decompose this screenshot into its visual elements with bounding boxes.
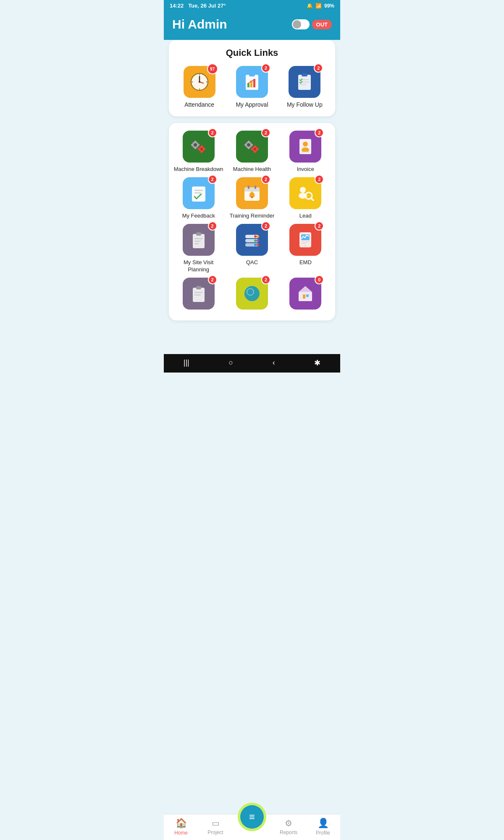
svg-rect-63 (196, 232, 201, 236)
quick-link-attendance[interactable]: 97 Attendance (176, 66, 223, 108)
svg-rect-65 (194, 241, 201, 242)
quick-link-followup[interactable]: 2 My Follow Up (281, 66, 328, 108)
svg-rect-48 (194, 190, 203, 191)
svg-rect-35 (244, 144, 246, 146)
svg-point-85 (244, 286, 260, 301)
status-left: 14:22 Tue, 26 Jul 27° (170, 3, 226, 9)
battery-text: 99% (324, 3, 334, 9)
svg-point-8 (206, 81, 207, 83)
health-icon-wrap: 2 (236, 131, 268, 163)
partial2-svg (241, 283, 263, 304)
followup-label: My Follow Up (287, 101, 323, 108)
date (185, 3, 187, 9)
grid-item-emd[interactable]: 2 EMD (280, 224, 331, 273)
android-home-btn[interactable]: ○ (228, 358, 233, 367)
svg-rect-30 (204, 148, 205, 150)
svg-point-71 (257, 235, 259, 238)
date-text: Tue, 26 Jul (188, 3, 216, 9)
svg-point-32 (247, 143, 250, 147)
svg-rect-29 (198, 148, 200, 150)
svg-rect-47 (192, 186, 205, 202)
toggle-switch[interactable] (292, 19, 310, 29)
android-extra-btn[interactable]: ✱ (314, 358, 320, 368)
svg-rect-66 (194, 243, 199, 244)
feedback-svg (188, 182, 210, 204)
sitevisit-icon-wrap: 2 (183, 224, 215, 256)
training-label: Training Reminder (230, 213, 274, 220)
svg-rect-53 (248, 186, 249, 189)
approval-svg (242, 71, 262, 92)
svg-rect-34 (248, 147, 249, 149)
svg-rect-27 (201, 145, 202, 147)
grid-item-sitevisit[interactable]: 2 My Site Visit Planning (173, 224, 224, 273)
status-right: 🔔 📶 99% (307, 3, 334, 9)
android-menu-btn[interactable]: ||| (184, 358, 189, 367)
out-toggle[interactable]: OUT (292, 19, 332, 29)
svg-rect-22 (194, 147, 196, 149)
svg-rect-82 (196, 286, 201, 289)
svg-marker-88 (299, 286, 312, 292)
grid-item-partial3[interactable]: 0 (280, 278, 331, 313)
grid-item-lead[interactable]: 2 Lead (280, 177, 331, 220)
android-back-btn[interactable]: ‹ (273, 358, 275, 367)
invoice-label: Invoice (297, 166, 314, 173)
lead-icon-wrap: 2 (289, 177, 321, 209)
partial2-badge: 2 (261, 275, 270, 284)
svg-point-44 (303, 142, 308, 147)
sitevisit-label: My Site Visit Planning (173, 259, 224, 273)
svg-rect-15 (302, 74, 307, 76)
approval-badge: 2 (261, 63, 270, 73)
followup-svg (294, 71, 315, 92)
svg-rect-28 (201, 151, 202, 153)
grid-item-feedback[interactable]: 2 My Feedback (173, 177, 224, 220)
time: 14:22 (170, 3, 184, 9)
svg-rect-23 (191, 144, 193, 146)
lead-badge: 2 (315, 175, 324, 184)
breakdown-icon-wrap: 2 (183, 131, 215, 163)
svg-point-6 (199, 89, 200, 90)
health-svg (241, 136, 263, 158)
training-badge: 2 (261, 175, 270, 184)
approval-label: My Approval (236, 101, 268, 108)
header: Hi Admin OUT (164, 11, 340, 40)
android-nav: ||| ○ ‹ ✱ (164, 354, 340, 373)
invoice-svg (294, 136, 316, 158)
svg-point-58 (300, 187, 306, 193)
alarm-icon: 🔔 (307, 3, 313, 9)
status-bar: 14:22 Tue, 26 Jul 27° 🔔 📶 99% (164, 0, 340, 11)
qac-svg (241, 229, 263, 251)
partial3-svg (294, 283, 316, 304)
svg-point-56 (251, 196, 253, 198)
sitevisit-svg (188, 229, 210, 251)
qac-icon-wrap: 2 (236, 224, 268, 256)
health-badge: 2 (261, 128, 270, 137)
out-label[interactable]: OUT (312, 20, 332, 29)
grid-item-breakdown[interactable]: 2 Machine Breakdown (173, 131, 224, 173)
grid-item-qac[interactable]: 2 QAC (226, 224, 277, 273)
attendance-badge: 97 (207, 63, 218, 74)
partial2-icon-wrap: 2 (236, 278, 268, 310)
followup-icon-wrap: 2 (289, 66, 320, 98)
svg-rect-41 (251, 148, 253, 150)
svg-rect-42 (257, 148, 259, 150)
svg-point-70 (254, 235, 257, 238)
svg-line-61 (311, 198, 314, 200)
quick-link-approval[interactable]: 2 My Approval (229, 66, 275, 108)
grid-item-invoice[interactable]: 2 Invoice (280, 131, 331, 173)
partial3-badge: 0 (315, 275, 324, 284)
svg-point-7 (192, 81, 193, 83)
grid-item-partial2[interactable]: 2 (226, 278, 277, 313)
grid-item-training[interactable]: 2 Training Reminder (226, 177, 277, 220)
svg-rect-46 (301, 152, 310, 152)
qac-label: QAC (246, 259, 258, 266)
health-label: Machine Health (233, 166, 271, 173)
svg-rect-54 (255, 186, 256, 189)
approval-icon-wrap: 2 (236, 66, 268, 98)
svg-point-73 (257, 239, 259, 242)
svg-rect-33 (248, 141, 249, 142)
svg-point-80 (304, 245, 306, 247)
partial3-icon-wrap: 0 (289, 278, 321, 310)
grid-item-partial1[interactable]: 2 (173, 278, 224, 313)
main-grid: 2 Machine Breakdown (173, 131, 331, 313)
grid-item-health[interactable]: 2 Machine Health (226, 131, 277, 173)
